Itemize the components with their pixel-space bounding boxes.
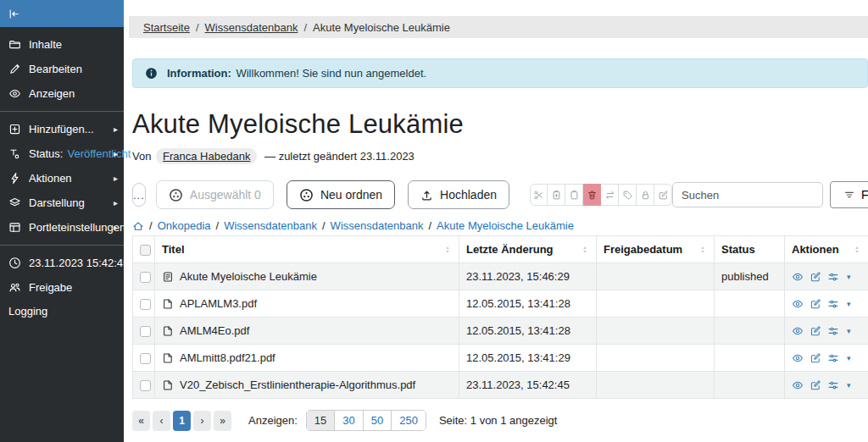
sidebar-item-hinzufügen[interactable]: Hinzufügen...▸ [0,117,124,141]
sliders-icon[interactable] [827,352,839,364]
row-release-date-cell [597,263,715,290]
column-header-titel[interactable]: Titel [155,236,459,263]
row-checkbox[interactable] [140,353,151,364]
sliders-icon[interactable] [827,298,839,310]
eye-icon[interactable] [792,298,804,310]
path-separator: / [428,219,431,232]
alert-text: Information: Willkommen! Sie sind nun an… [167,67,426,80]
row-checkbox[interactable] [140,380,151,391]
sidebar-item-darstellung[interactable]: Darstellung▸ [0,191,124,215]
sidebar-item-anzeigen[interactable]: Anzeigen [0,81,124,106]
pencil-square-icon[interactable] [810,352,821,364]
column-header-letzte-änderung[interactable]: Letzte Änderung [459,236,597,263]
column-header-freigabedatum[interactable]: Freigabedatum [597,236,715,263]
more-actions-button[interactable]: ... [132,183,146,207]
path-item-akute-myeloische-leukämie[interactable]: Akute Myeloische Leukämie [437,219,574,232]
tags-button[interactable] [619,184,637,206]
row-select-cell [133,318,155,345]
page-size-30[interactable]: 30 [334,411,362,430]
caret-right-icon: ▸ [114,124,118,135]
item-title-link[interactable]: AMLM4Eo.pdf [180,324,249,337]
sidebar-item-label: 23.11.2023 15:42:45 [29,257,129,268]
row-checkbox[interactable] [140,326,151,337]
sliders-icon[interactable] [827,325,839,337]
home-icon[interactable] [132,220,144,232]
sidebar-item-label: Freigabe [29,282,72,293]
upload-label: Hochladen [440,188,497,202]
breadcrumb-item-wissensdatenbank[interactable]: Wissensdatenbank [205,21,298,34]
sidebar-item-logging[interactable]: Logging [0,300,124,323]
page-size-50[interactable]: 50 [363,411,391,430]
sidebar-group: Hinzufügen...▸Status:Veröffentlicht▸Akti… [0,111,124,245]
selected-count-button[interactable]: Ausgewählt 0 [156,180,274,209]
page-nav-button[interactable]: ‹ [153,411,170,431]
page-size-15[interactable]: 15 [307,411,334,430]
row-status-cell [715,345,785,372]
item-title-link[interactable]: APLAMLM3.pdf [180,297,257,310]
sidebar-item-portleteinstellungen[interactable]: Portleteinstellungen▸ [0,215,124,240]
caret-down-icon: ▾ [847,327,851,335]
sort-icon [698,245,707,255]
breadcrumb-item-startseite[interactable]: Startseite [143,21,190,34]
page-size-250[interactable]: 250 [391,411,426,430]
select-all-checkbox[interactable] [140,245,151,256]
column-header-aktionen[interactable]: Aktionen [785,236,868,263]
copy-button[interactable] [548,184,565,206]
author-link[interactable]: Franca Habedank [156,148,257,164]
breadcrumb-item-akute-myeloische-leukämie: Akute Myeloische Leukämie [313,21,450,34]
sidebar-item-freigabe[interactable]: Freigabe [0,275,124,300]
paste-button[interactable] [565,184,583,206]
delete-button[interactable] [583,184,601,206]
lock-button[interactable] [637,184,654,206]
sliders-icon[interactable] [827,379,839,391]
row-checkbox[interactable] [140,272,151,283]
sidebar-item-bearbeiten[interactable]: Bearbeiten [0,57,124,81]
page-nav-button[interactable]: « [132,411,150,431]
pencil-square-icon[interactable] [810,271,821,283]
eye-icon[interactable] [792,325,804,337]
path-item-wissensdatenbank[interactable]: Wissensdatenbank [224,219,317,232]
pencil-square-icon[interactable] [810,379,821,391]
cut-button[interactable] [530,184,548,206]
row-checkbox[interactable] [140,299,151,310]
properties-button[interactable] [654,184,672,206]
current-page-button[interactable]: 1 [173,411,191,431]
portlet-icon [8,221,21,234]
sidebar-item-aktionen[interactable]: Aktionen▸ [0,166,124,191]
column-header-status[interactable]: Status [715,236,785,263]
reorder-button[interactable]: Neu ordnen [287,180,395,209]
sliders-icon[interactable] [827,271,839,283]
pencil-square-icon[interactable] [810,298,821,310]
plus-square-icon [8,123,21,135]
path-item-onkopedia[interactable]: Onkopedia [158,219,211,232]
item-title-link[interactable]: V20_Zebisch_Erstlinientherapie-Algorithm… [180,378,415,391]
search-input[interactable] [672,182,823,207]
item-title-link[interactable]: AMLmitt8.pdf21.pdf [180,351,275,364]
sidebar-item-inhalte[interactable]: Inhalte [0,32,124,57]
eye-icon[interactable] [792,379,804,391]
upload-button[interactable]: Hochladen [408,180,509,209]
sidebar-item-status[interactable]: Status:Veröffentlicht▸ [0,141,124,166]
pencil-square-icon[interactable] [810,325,821,337]
path-item-wissensdatenbank[interactable]: Wissensdatenbank [331,219,424,232]
info-icon [145,67,158,80]
filter-button[interactable]: Filter [830,181,868,208]
path-separator: / [149,219,153,232]
sidebar-item-label: Aktionen [29,173,72,184]
collapse-left-icon[interactable] [8,8,20,20]
eye-icon[interactable] [792,271,804,283]
eye-icon[interactable] [792,352,804,364]
row-actions-cell: ▾ [785,290,868,318]
rename-button[interactable] [601,184,619,206]
item-title-link[interactable]: Akute Myeloische Leukämie [180,270,317,283]
sidebar-item-23-11-2023-15-42-45[interactable]: 23.11.2023 15:42:45 [0,251,124,275]
page-nav-button[interactable]: » [214,411,231,431]
sidebar-item-label: Anzeigen [29,88,75,99]
selection-circle-icon [169,188,183,202]
row-release-date-cell [597,318,715,345]
row-release-date-cell [597,290,715,318]
row-select-cell [133,372,155,399]
page-nav-button[interactable]: › [193,411,211,431]
page-nav: «‹1›» [132,411,234,431]
sidebar-item-label: Darstellung [29,197,85,208]
